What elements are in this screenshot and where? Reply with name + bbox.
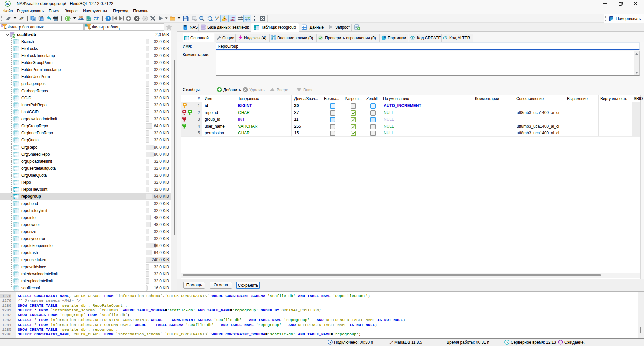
- svg-text:010: 010: [230, 19, 235, 21]
- svg-text:HS: HS: [6, 2, 9, 5]
- svg-text:CSV: CSV: [87, 18, 91, 20]
- svg-text:?: ?: [107, 17, 109, 21]
